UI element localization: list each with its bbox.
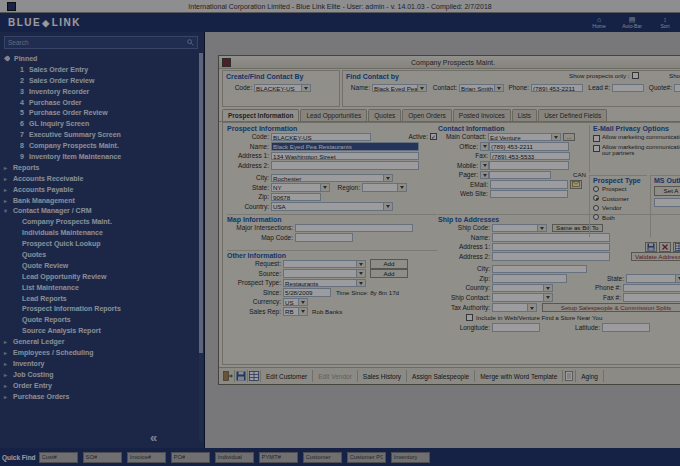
chevron-down-icon[interactable] — [538, 224, 547, 233]
address1-field[interactable]: 134 Washington Street — [271, 152, 419, 161]
major-intersections-field[interactable] — [295, 224, 413, 233]
active-checkbox[interactable] — [430, 133, 437, 140]
sidebar-item[interactable]: ▸ Accounts Payable — [0, 184, 198, 195]
longitude-field[interactable] — [492, 323, 540, 332]
chevron-down-icon[interactable] — [299, 298, 308, 307]
sidebar-item[interactable]: ▸ Order Entry — [0, 380, 198, 391]
chevron-down-icon[interactable] — [299, 307, 308, 316]
sidebar-item[interactable]: Source Analysis Report — [0, 325, 198, 336]
chevron-down-icon[interactable] — [384, 174, 393, 183]
sidebar-item[interactable]: 5 Purchase Order Review — [0, 107, 198, 118]
sidebar-item[interactable]: Prospect Information Reports — [0, 303, 198, 314]
map-code-field[interactable] — [295, 233, 353, 242]
show-prospects-checkbox[interactable] — [632, 72, 639, 79]
sidebar-item[interactable]: ▸ Inventory — [0, 358, 198, 369]
ship-fax-field[interactable] — [623, 293, 680, 302]
sidebar-item[interactable]: 4 Purchase Order — [0, 97, 198, 108]
region-field[interactable] — [362, 183, 398, 192]
grid-view-button[interactable] — [248, 370, 261, 382]
validate-address-button[interactable]: Validate Address — [631, 252, 680, 261]
chevron-down-icon[interactable] — [302, 84, 311, 93]
nav-home[interactable]: ⌂ Home — [586, 16, 612, 29]
quick-find-field[interactable]: PYMT# — [259, 452, 298, 463]
toolbar-button[interactable]: Assign Salespeople — [407, 370, 475, 382]
sidebar-item[interactable]: 3 Inventory Reorder — [0, 86, 198, 97]
chevron-down-icon[interactable] — [384, 202, 393, 211]
code-field[interactable]: BLACKEY-US — [271, 133, 371, 142]
pager-field[interactable] — [489, 171, 551, 180]
prospect-type-option[interactable]: Prospect — [593, 184, 647, 194]
ms-outlook-field[interactable] — [654, 198, 680, 207]
sidebar-item[interactable]: Prospect Quick Lookup — [0, 238, 198, 249]
radio-icon[interactable] — [593, 214, 599, 220]
ship-city-field[interactable] — [492, 265, 587, 274]
chevron-down-icon[interactable] — [480, 161, 489, 170]
save-address-button[interactable] — [645, 242, 657, 252]
tab[interactable]: Prospect Information — [222, 109, 299, 121]
city-field[interactable]: Rochester — [271, 174, 384, 183]
request-field[interactable] — [283, 260, 357, 269]
ship-address2-field[interactable] — [492, 252, 610, 261]
sidebar-item[interactable]: ▸ Employees / Scheduling — [0, 347, 198, 358]
mobile-field[interactable] — [489, 161, 569, 170]
exit-button[interactable] — [222, 370, 235, 382]
window-titlebar[interactable]: Company Prospects Maint. — [219, 56, 680, 69]
web-site-field[interactable] — [490, 190, 568, 199]
radio-icon[interactable] — [593, 205, 599, 211]
quick-find-field[interactable]: Cust# — [39, 452, 78, 463]
chevron-down-icon[interactable] — [480, 171, 489, 180]
tab[interactable]: Lists — [512, 109, 537, 121]
sidebar-item[interactable]: 6 GL Inquiry Screen — [0, 118, 198, 129]
privacy-checkbox-1[interactable] — [593, 135, 600, 142]
contact-lookup-field[interactable]: Brian Smith — [459, 84, 495, 93]
ship-state-field[interactable] — [626, 274, 676, 283]
chevron-down-icon[interactable] — [552, 133, 561, 142]
sidebar-item[interactable]: 8 Company Prospects Maint. — [0, 140, 198, 151]
ship-country-field[interactable] — [492, 284, 544, 293]
sidebar-item[interactable]: Individuals Maintenance — [0, 227, 198, 238]
radio-icon[interactable] — [593, 186, 599, 192]
since-field[interactable]: 5/28/2009 — [283, 288, 331, 297]
chevron-down-icon[interactable] — [544, 284, 553, 293]
zip-field[interactable]: 90678 — [271, 193, 321, 202]
chevron-down-icon[interactable] — [480, 142, 489, 151]
sidebar-item[interactable]: Lead Reports — [0, 293, 198, 304]
phone-lookup-field[interactable]: (789) 453-2211 — [531, 84, 583, 93]
sidebar-item[interactable]: 9 Inventory Item Maintenance — [0, 151, 198, 162]
sidebar-item[interactable]: 2 Sales Order Review — [0, 75, 198, 86]
request-add-button[interactable]: Add — [370, 259, 408, 269]
email-button[interactable] — [570, 180, 582, 189]
more-contacts-button[interactable]: ... — [563, 133, 575, 142]
ship-contact-field[interactable] — [492, 293, 544, 302]
chevron-down-icon[interactable] — [676, 274, 680, 283]
prospect-type-field[interactable]: Restaurants — [283, 279, 357, 288]
lead-field[interactable] — [612, 84, 644, 93]
search-input[interactable]: Search — [4, 36, 198, 49]
sidebar-scrollbar[interactable] — [199, 53, 203, 441]
toolbar-button[interactable]: Merge with Word Template — [475, 370, 563, 382]
fax-field[interactable]: (789) 453-5533 — [490, 152, 570, 161]
tax-authority-field[interactable] — [492, 303, 528, 312]
sidebar-item[interactable]: 1 Sales Order Entry — [0, 64, 198, 75]
quick-find-field[interactable]: SO# — [83, 452, 122, 463]
nav-auto-bar[interactable]: ▤ Auto-Bar — [619, 16, 645, 29]
sidebar-item[interactable]: 7 Executive Summary Screen — [0, 129, 198, 140]
quick-find-field[interactable]: Inventory — [391, 452, 430, 463]
office-phone-field[interactable]: (789) 453-2211 — [489, 142, 569, 151]
radio-icon[interactable] — [593, 195, 599, 201]
tab[interactable]: Quotes — [368, 109, 401, 121]
chevron-down-icon[interactable] — [418, 84, 427, 93]
privacy-checkbox-2[interactable] — [593, 145, 600, 152]
address-grid-button[interactable] — [673, 242, 680, 252]
sidebar-item[interactable]: ▸ General Ledger — [0, 336, 198, 347]
setup-salespeople-button[interactable]: Setup Salespeople & Commission Splits — [542, 303, 680, 313]
address2-field[interactable] — [271, 161, 419, 170]
source-field[interactable] — [283, 269, 357, 278]
sidebar-item[interactable]: ▸ Bank Management — [0, 195, 198, 206]
source-add-button[interactable]: Add — [370, 269, 408, 279]
currency-field[interactable]: US — [283, 298, 299, 307]
sidebar-item[interactable]: ▸ Purchase Orders — [0, 391, 198, 402]
sidebar-item[interactable]: ▸ Job Costing — [0, 369, 198, 380]
include-web-checkbox[interactable] — [466, 314, 473, 321]
toolbar-button[interactable]: Edit Customer — [261, 370, 313, 382]
